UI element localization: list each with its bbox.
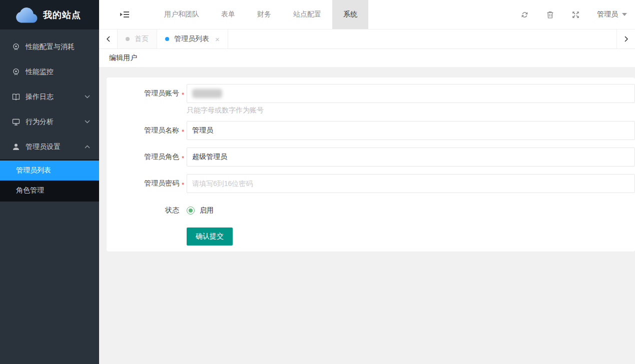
tab-home[interactable]: 首页	[118, 30, 157, 48]
monitor-icon	[12, 118, 20, 126]
top-nav-label: 表单	[221, 10, 235, 19]
tabs-scroll-right-icon[interactable]	[616, 30, 635, 48]
sidebar-nav: 性能配置与消耗 性能监控 操作日志	[0, 30, 99, 364]
fullscreen-icon[interactable]	[571, 10, 580, 19]
required-asterisk: *	[179, 179, 187, 188]
form-row-status: 状态 启用	[107, 204, 635, 218]
form-row-name: 管理员名称 *	[107, 121, 635, 140]
tab-label: 管理员列表	[174, 34, 209, 44]
name-input[interactable]	[187, 121, 635, 140]
sidebar-subitem-label: 角色管理	[16, 186, 44, 195]
tab-label: 首页	[135, 34, 149, 44]
sidebar-item-label: 行为分析	[26, 118, 54, 126]
close-icon[interactable]: ×	[215, 36, 220, 43]
collapse-menu-icon[interactable]	[120, 0, 129, 29]
submit-button[interactable]: 确认提交	[187, 228, 233, 246]
password-input[interactable]	[187, 174, 635, 193]
chevron-down-icon	[85, 95, 90, 98]
tab-admin-list[interactable]: 管理员列表 ×	[157, 30, 228, 48]
sidebar-subitem-admin-list[interactable]: 管理员列表	[0, 160, 99, 180]
top-nav: 用户和团队 表单 财务 站点配置 系统	[153, 0, 368, 29]
form-row-account: 管理员账号 *	[107, 84, 635, 103]
radio-dot	[189, 208, 193, 212]
top-header: 用户和团队 表单 财务 站点配置 系统	[99, 0, 635, 30]
name-label: 管理员名称	[107, 126, 179, 135]
user-name: 管理员	[597, 10, 618, 19]
top-nav-finance[interactable]: 财务	[246, 0, 282, 29]
sidebar-item-behavior-analysis[interactable]: 行为分析	[0, 110, 99, 134]
password-label: 管理员密码	[107, 179, 179, 188]
top-nav-label: 财务	[257, 10, 271, 19]
site-title: 我的站点	[43, 9, 81, 21]
sidebar: 我的站点 性能配置与消耗 性能监控	[0, 0, 99, 364]
trash-icon[interactable]	[546, 10, 554, 19]
chevron-up-icon	[85, 145, 90, 148]
status-radio-enabled[interactable]	[187, 206, 195, 214]
cloud-logo-icon	[10, 5, 38, 25]
caret-down-icon	[622, 13, 627, 16]
site-logo[interactable]: 我的站点	[0, 0, 99, 30]
sidebar-item-operation-log[interactable]: 操作日志	[0, 84, 99, 110]
content-area: 编辑用户 管理员账号 * 只能字母或数字作为账号 管理员名称 *	[99, 49, 635, 364]
form-row-role: 管理员角色 *	[107, 148, 635, 166]
top-nav-site-config[interactable]: 站点配置	[282, 0, 332, 29]
status-option-label: 启用	[200, 206, 214, 215]
refresh-icon[interactable]	[520, 10, 529, 19]
tab-bar: 首页 管理员列表 ×	[99, 30, 635, 49]
user-dropdown[interactable]: 管理员	[597, 10, 627, 19]
radar-icon	[12, 68, 20, 76]
status-label: 状态	[107, 206, 179, 215]
page-title: 编辑用户	[109, 54, 137, 62]
book-icon	[12, 93, 20, 101]
page-title-bar: 编辑用户	[99, 49, 635, 67]
top-nav-label: 系统	[343, 10, 357, 19]
role-label: 管理员角色	[107, 152, 179, 162]
user-icon	[12, 143, 20, 151]
required-asterisk: *	[179, 126, 187, 136]
top-nav-users-teams[interactable]: 用户和团队	[153, 0, 210, 29]
radar-icon	[12, 43, 20, 51]
top-nav-system[interactable]: 系统	[332, 0, 368, 29]
account-input[interactable]	[187, 84, 635, 103]
app-window: 我的站点 性能配置与消耗 性能监控	[0, 0, 635, 364]
account-label: 管理员账号	[107, 89, 179, 98]
sidebar-subitem-role-management[interactable]: 角色管理	[0, 180, 99, 200]
chevron-down-icon	[85, 120, 90, 124]
sidebar-item-label: 性能监控	[26, 68, 54, 76]
sidebar-item-label: 性能配置与消耗	[26, 42, 75, 52]
top-nav-forms[interactable]: 表单	[210, 0, 246, 29]
redacted-account-value	[192, 89, 222, 98]
top-nav-label: 用户和团队	[164, 10, 199, 19]
required-asterisk: *	[179, 152, 187, 162]
sidebar-submenu: 管理员列表 角色管理	[0, 160, 99, 202]
sidebar-item-admin-settings[interactable]: 管理员设置	[0, 134, 99, 160]
asterisk-spacer	[179, 210, 187, 212]
form-row-password: 管理员密码 *	[107, 174, 635, 193]
main-area: 用户和团队 表单 财务 站点配置 系统	[99, 0, 635, 364]
sidebar-subitem-label: 管理员列表	[16, 166, 51, 175]
tab-status-dot	[165, 37, 169, 41]
sidebar-item-performance-config[interactable]: 性能配置与消耗	[0, 34, 99, 60]
edit-user-form-card: 管理员账号 * 只能字母或数字作为账号 管理员名称 * 管理员角色 *	[107, 78, 635, 252]
sidebar-item-label: 操作日志	[26, 92, 54, 102]
role-input[interactable]	[187, 148, 635, 166]
sidebar-item-label: 管理员设置	[26, 142, 61, 152]
top-nav-label: 站点配置	[293, 10, 321, 19]
required-asterisk: *	[179, 89, 187, 98]
tabs-scroll-left-icon[interactable]	[99, 30, 118, 48]
header-actions: 管理员	[503, 0, 635, 29]
tab-status-dot	[126, 37, 130, 41]
sidebar-item-performance-monitor[interactable]: 性能监控	[0, 60, 99, 84]
account-hint: 只能字母或数字作为账号	[187, 106, 635, 115]
